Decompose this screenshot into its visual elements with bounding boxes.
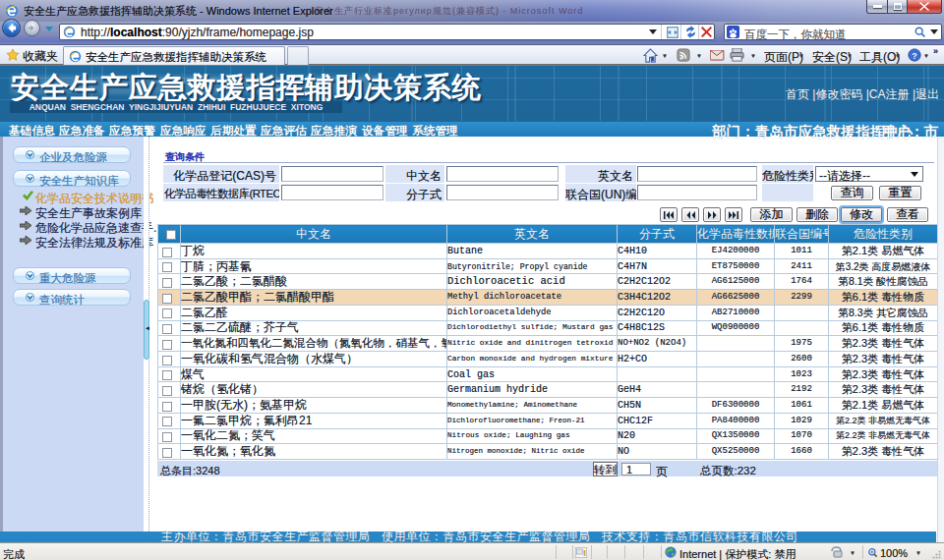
svg-text:?: ? — [912, 51, 916, 61]
svg-text:!: ! — [583, 548, 586, 558]
